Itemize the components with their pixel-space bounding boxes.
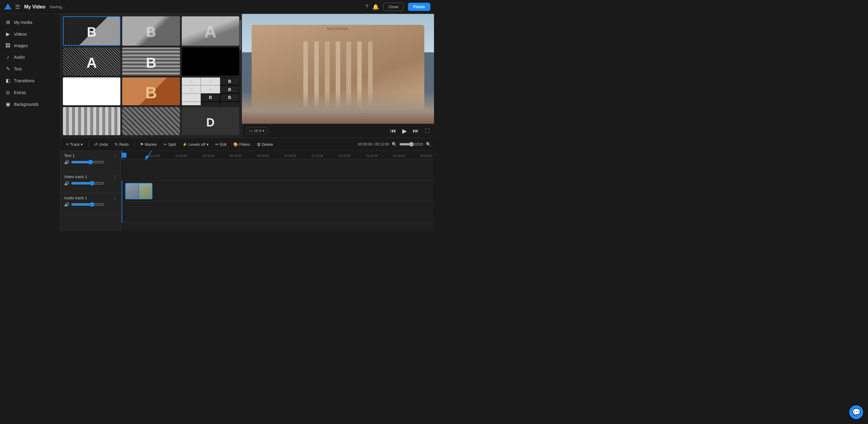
help-icon[interactable]: ? (365, 4, 368, 10)
play-button[interactable]: ▶ (402, 127, 407, 134)
app-logo[interactable] (4, 3, 12, 11)
split-icon: ✂ (164, 142, 167, 147)
sidebar-item-backgrounds[interactable]: ▣ Backgrounds (0, 98, 60, 110)
text-icon: ✎ (5, 66, 11, 72)
video-clip-block[interactable] (125, 183, 152, 199)
extra-2-thumb (122, 107, 180, 135)
plus-icon: + (66, 142, 69, 147)
aspect-label: 16:9 (254, 128, 261, 133)
redo-button[interactable]: ↻ Redo (112, 141, 131, 148)
aspect-chevron: ▾ (262, 128, 265, 133)
volume-slider-video-1[interactable] (71, 181, 104, 186)
sidebar-item-extras[interactable]: ◎ Extras (0, 87, 60, 98)
cross-fade-thumb: B (63, 17, 120, 46)
sidebar-label-text: Text (14, 66, 22, 71)
track-label-video-1: Video track 1 ⋮ 🔊 (61, 172, 121, 193)
time-display: 00:00:00 / 00:10:00 🔍 🔍 (358, 142, 431, 147)
sidebar-item-text[interactable]: ✎ Text (0, 63, 60, 75)
timeline-toolbar: + Track ▾ ↺ Undo ↻ Redo ⚑ Marker (61, 138, 434, 151)
delete-button[interactable]: 🗑 Delete (254, 141, 276, 148)
volume-icon-video-1: 🔊 (64, 181, 69, 186)
menu-icon[interactable]: ☰ (15, 4, 20, 10)
ruler-tick-2: 00:20:00 (176, 154, 187, 157)
sidebar-label-videos: Videos (14, 32, 27, 37)
notification-icon[interactable]: 🔔 (372, 4, 379, 10)
playhead-indicator[interactable] (122, 153, 126, 157)
skip-forward-button[interactable]: ⏭ (413, 127, 419, 134)
sidebar-label-extras: Extras (14, 90, 26, 95)
transition-cross-blur[interactable]: B Cross blur (122, 16, 180, 46)
ruler-tick-9: 01:30:00 (366, 154, 378, 157)
sidebar-item-videos[interactable]: ▶ Videos (0, 28, 60, 40)
sidebar-item-my-media[interactable]: ⊞ My media (0, 16, 60, 28)
videos-icon: ▶ (5, 31, 11, 37)
transition-dip-to-white[interactable]: Dip To White (63, 78, 120, 105)
fullscreen-button[interactable]: ⛶ (425, 128, 430, 134)
transition-mosaic[interactable]: A A B A A B B B (182, 78, 239, 105)
dip-to-white-thumb (63, 78, 120, 105)
close-button[interactable]: Close (383, 3, 403, 11)
track-more-text-1[interactable]: ⋮ (113, 153, 117, 158)
redo-icon: ↻ (115, 142, 118, 147)
burn-thumb: B (122, 78, 180, 105)
aspect-ratio-selector[interactable]: ▭ 16:9 ▾ (246, 127, 267, 134)
transition-extra-1[interactable] (63, 107, 120, 135)
time-value: 00:00:00 / 00:10:00 (358, 142, 389, 146)
sidebar-item-audio[interactable]: ♪ Audio (0, 52, 60, 63)
volume-slider-audio-1[interactable] (71, 202, 104, 207)
track-volume-video-1: 🔊 (64, 181, 117, 186)
audio-icon: ♪ (5, 55, 11, 60)
track-row-video-1 (121, 181, 434, 202)
images-icon: 🖼 (5, 43, 11, 49)
preview-video: MAGRIERA (242, 14, 434, 124)
dip-to-black-thumb (182, 48, 239, 75)
volume-slider-text-1[interactable] (71, 160, 104, 164)
levels-button[interactable]: ⚡ Levels off ▾ (180, 141, 211, 148)
track-name-text-1: Text 1 (64, 153, 75, 158)
playhead-line-audio (122, 202, 122, 222)
volume-icon-text-1: 🔊 (64, 160, 69, 164)
track-volume-text-1: 🔊 (64, 160, 117, 164)
sidebar-label-transitions: Transitions (14, 78, 34, 83)
sidebar-item-transitions[interactable]: ◧ Transitions (0, 75, 60, 87)
aspect-icon: ▭ (249, 128, 252, 133)
transition-cross-dissolve[interactable]: A Cross dissolve (63, 48, 120, 75)
zoom-in-icon: 🔍 (426, 142, 431, 147)
transition-cross-fade[interactable]: B Cross fade (63, 16, 120, 46)
sidebar: ⊞ My media ▶ Videos 🖼 Images ♪ Audio ✎ T… (0, 14, 61, 231)
split-button[interactable]: ✂ Split (161, 141, 178, 148)
transition-extra-2[interactable] (122, 107, 180, 135)
extra-3-thumb: D (182, 107, 239, 135)
main-layout: ⊞ My media ▶ Videos 🖼 Images ♪ Audio ✎ T… (0, 14, 434, 231)
topbar: ☰ My Video Saving... ? 🔔 Close Finish (0, 0, 434, 14)
ruler-tick-10: 01:40:00 (393, 154, 405, 157)
transition-dip-to-black[interactable]: Dip To Black (182, 48, 239, 75)
ruler-tick-8: 01:20:00 (339, 154, 350, 157)
panel-scrollbar[interactable] (240, 20, 241, 50)
cross-zoom-thumb: A (182, 16, 239, 46)
marker-button[interactable]: ⚑ Marker (137, 141, 159, 148)
track-label-audio-1: Audio track 1 ⋮ 🔊 (61, 193, 121, 214)
edit-button[interactable]: ✏ Edit (213, 141, 229, 148)
sidebar-item-images[interactable]: 🖼 Images (0, 40, 60, 52)
transition-extra-3[interactable]: D (182, 107, 239, 135)
zoom-slider[interactable] (399, 142, 424, 147)
transition-cross-mosaic[interactable]: B Cross mosaic (122, 48, 180, 75)
finish-button[interactable]: Finish (408, 3, 430, 11)
filters-button[interactable]: 🎨 Filters (231, 141, 252, 148)
svg-marker-0 (4, 3, 11, 9)
track-more-video-1[interactable]: ⋮ (113, 175, 117, 179)
levels-chevron: ▾ (207, 142, 209, 147)
track-name-video-1: Video track 1 (64, 175, 87, 179)
undo-button[interactable]: ↺ Undo (92, 141, 111, 148)
delete-icon: 🗑 (257, 142, 261, 147)
ruler-tick-1: 00:10:00 (148, 154, 160, 157)
track-more-audio-1[interactable]: ⋮ (113, 196, 117, 200)
transition-cross-zoom[interactable]: A Cross Zoom (182, 16, 239, 46)
track-row-text-1 (121, 159, 434, 181)
skip-back-button[interactable]: ⏮ (390, 127, 396, 134)
add-track-button[interactable]: + Track ▾ (63, 140, 85, 148)
cross-mosaic-thumb: B (122, 48, 180, 75)
track-header-audio-1: Audio track 1 ⋮ (64, 196, 117, 200)
transition-burn[interactable]: B Burn (122, 78, 180, 105)
